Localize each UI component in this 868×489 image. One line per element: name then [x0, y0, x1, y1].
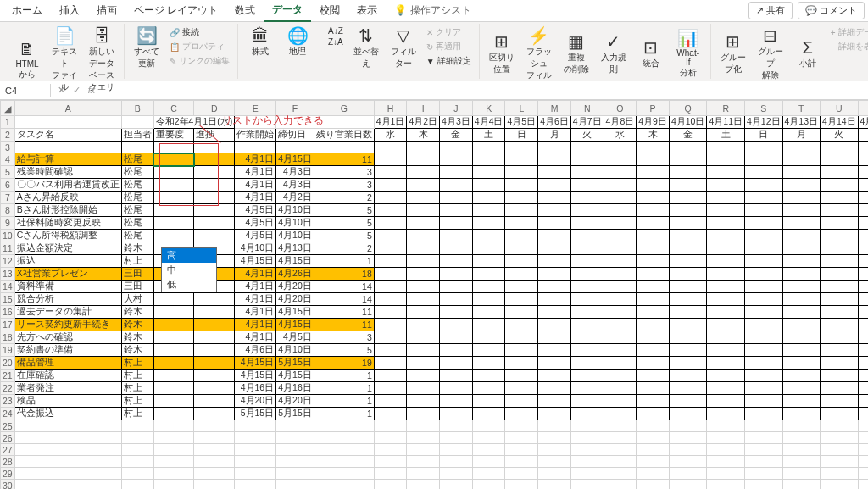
- filter-button[interactable]: ▽フィルター: [387, 25, 420, 71]
- tab-home[interactable]: ホーム: [3, 0, 51, 21]
- col-header[interactable]: K: [472, 101, 505, 116]
- geography-button[interactable]: 🌐地理: [281, 25, 314, 59]
- formula-bar[interactable]: [102, 89, 868, 92]
- row-header[interactable]: 23: [1, 395, 15, 408]
- col-header[interactable]: P: [637, 101, 670, 116]
- dropdown-option[interactable]: 中: [162, 263, 216, 277]
- table-header-cell[interactable]: 重要度: [153, 129, 194, 142]
- clear-filter-button[interactable]: ✕クリア: [424, 25, 474, 39]
- row-header[interactable]: 26: [1, 432, 15, 444]
- hide-detail-button[interactable]: −詳細を表示しない: [828, 40, 868, 53]
- ungroup-button[interactable]: ⊟グループ 解除: [754, 25, 787, 83]
- sort-desc-button[interactable]: Z↓A: [326, 36, 346, 47]
- table-row[interactable]: 15競合分析大村4月1日4月20日14: [1, 293, 869, 306]
- group-button[interactable]: ⊞グルー プ化: [716, 25, 750, 83]
- table-row[interactable]: 13X社営業プレゼン三田4月1日4月26日18: [1, 268, 869, 281]
- row-header[interactable]: 9: [1, 217, 15, 230]
- row-header[interactable]: 11: [1, 242, 15, 255]
- row-header[interactable]: 16: [1, 306, 15, 319]
- row-header[interactable]: 8: [1, 204, 15, 217]
- dropdown-option[interactable]: 低: [162, 277, 216, 292]
- row-header[interactable]: 28: [1, 456, 15, 468]
- table-header-cell[interactable]: 金: [669, 129, 707, 142]
- col-header[interactable]: F: [276, 101, 314, 116]
- table-header-cell[interactable]: 担当者: [121, 129, 153, 142]
- col-header[interactable]: O: [604, 101, 637, 116]
- table-row[interactable]: 4給与計算松尾▾4月1日4月15日11: [1, 153, 869, 166]
- col-header[interactable]: E: [235, 101, 276, 116]
- col-header[interactable]: T: [782, 101, 821, 116]
- tab-data[interactable]: データ: [264, 0, 311, 22]
- col-header[interactable]: V: [858, 101, 868, 116]
- row-header[interactable]: 30: [1, 480, 15, 490]
- table-row[interactable]: 20備品管理村上4月15日5月15日19: [1, 357, 869, 370]
- row-header[interactable]: 6: [1, 179, 15, 192]
- sort-asc-button[interactable]: A↓Z: [326, 25, 346, 36]
- reapply-button[interactable]: ↻再適用: [424, 40, 474, 53]
- share-button[interactable]: ↗ 共有: [748, 2, 793, 19]
- col-header[interactable]: U: [821, 101, 859, 116]
- remove-duplicates-button[interactable]: ▦重複 の削除: [559, 25, 593, 83]
- spreadsheet-grid[interactable]: ◢ABCDEFGHIJKLMNOPQRSTUV1令和2年4月1日(水)4月1日4…: [0, 100, 868, 489]
- whatif-button[interactable]: 📊What-If 分析: [671, 25, 705, 83]
- table-row[interactable]: 22業者発注村上4月16日4月16日1: [1, 382, 869, 395]
- row-header[interactable]: 5: [1, 166, 15, 179]
- row-header[interactable]: 20: [1, 357, 15, 370]
- fx-icon[interactable]: fx: [85, 85, 98, 96]
- col-header[interactable]: L: [505, 101, 538, 116]
- col-header[interactable]: J: [440, 101, 473, 116]
- table-header-cell[interactable]: 木: [637, 129, 670, 142]
- table-row[interactable]: 23検品村上4月20日4月20日1: [1, 395, 869, 408]
- table-row[interactable]: 8Bさん財形控除開始松尾4月5日4月10日5: [1, 204, 869, 217]
- col-header[interactable]: A: [14, 101, 121, 116]
- table-row[interactable]: 7Aさん昇給反映松尾4月1日4月2日2: [1, 192, 869, 204]
- refresh-all-button[interactable]: 🔄すべて 更新: [130, 25, 164, 71]
- dropdown-option[interactable]: 高: [162, 248, 216, 263]
- table-row[interactable]: 16過去データの集計鈴木4月1日4月15日11: [1, 306, 869, 319]
- table-row[interactable]: 24代金振込村上5月15日5月15日1: [1, 408, 869, 420]
- col-header[interactable]: R: [707, 101, 745, 116]
- col-header[interactable]: N: [570, 101, 604, 116]
- table-header-cell[interactable]: 火: [821, 129, 859, 142]
- table-header-cell[interactable]: 金: [440, 129, 473, 142]
- col-header[interactable]: M: [538, 101, 571, 116]
- consolidate-button[interactable]: ⊡統合: [634, 25, 668, 83]
- tab-review[interactable]: 校閲: [311, 0, 348, 21]
- table-header-cell[interactable]: 土: [707, 129, 745, 142]
- connections-button[interactable]: 🔗接続: [167, 25, 232, 39]
- name-box[interactable]: C4: [0, 84, 51, 97]
- col-header[interactable]: G: [314, 101, 374, 116]
- row-header[interactable]: 27: [1, 444, 15, 456]
- row-header[interactable]: 17: [1, 319, 15, 331]
- table-header-cell[interactable]: 木: [407, 129, 440, 142]
- row-header[interactable]: 24: [1, 408, 15, 420]
- table-row[interactable]: 14資料準備三田4月1日4月20日14: [1, 281, 869, 293]
- row-header[interactable]: 1: [1, 116, 15, 129]
- table-header-cell[interactable]: 月: [782, 129, 821, 142]
- row-header[interactable]: 12: [1, 255, 15, 268]
- row-header[interactable]: 10: [1, 230, 15, 242]
- row-header[interactable]: 7: [1, 192, 15, 204]
- stocks-button[interactable]: 🏛株式: [243, 25, 277, 59]
- row-header[interactable]: 13: [1, 268, 15, 281]
- tab-draw[interactable]: 描画: [88, 0, 125, 21]
- table-row[interactable]: 10Cさん所得税額調整松尾4月5日4月10日5: [1, 230, 869, 242]
- tab-pagelayout[interactable]: ページ レイアウト: [125, 0, 226, 21]
- validation-dropdown[interactable]: 高 中 低: [161, 247, 217, 292]
- table-header-cell[interactable]: 作業開始: [235, 129, 276, 142]
- table-row[interactable]: 21在庫確認村上4月15日4月15日1: [1, 370, 869, 382]
- flash-fill-button[interactable]: ⚡フラッシュ フィル: [522, 25, 556, 83]
- cancel-formula-icon[interactable]: ✕: [54, 85, 68, 96]
- accept-formula-icon[interactable]: ✓: [70, 85, 83, 96]
- table-row[interactable]: 11振込金額決定鈴木4月10日4月13日2: [1, 242, 869, 255]
- row-header[interactable]: 19: [1, 344, 15, 357]
- tell-me[interactable]: 💡 操作アシスト: [386, 0, 479, 21]
- table-row[interactable]: 18先方への確認鈴木4月1日4月5日3: [1, 331, 869, 344]
- table-row[interactable]: 6〇〇バス利用者運賃改正松尾4月1日4月3日3: [1, 179, 869, 192]
- table-header-cell[interactable]: 水: [858, 129, 868, 142]
- tab-insert[interactable]: 挿入: [51, 0, 88, 21]
- row-header[interactable]: 22: [1, 382, 15, 395]
- table-row[interactable]: 12振込村上4月15日4月15日1: [1, 255, 869, 268]
- data-validation-button[interactable]: ✓入力規則: [597, 25, 631, 83]
- table-header-cell[interactable]: 月: [538, 129, 571, 142]
